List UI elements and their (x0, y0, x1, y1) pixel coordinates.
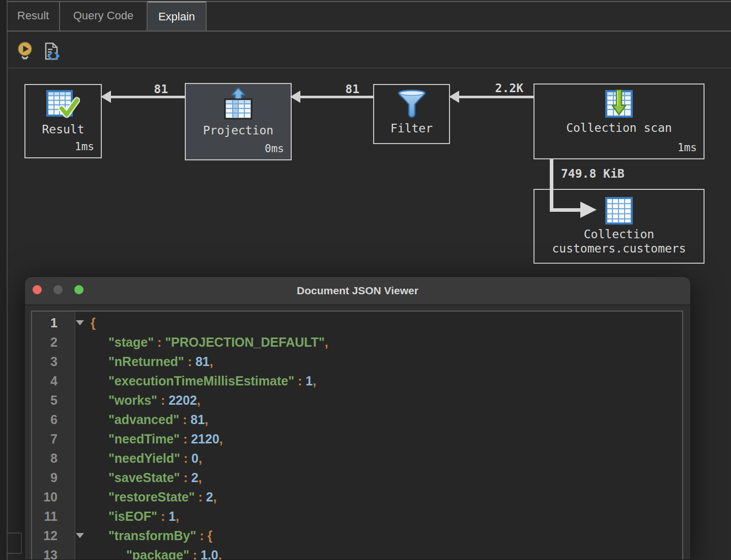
line-number: 1 (32, 316, 58, 330)
node-collection[interactable]: Collection customers.customers (533, 189, 705, 264)
panel-divider (21, 533, 22, 554)
funnel-icon (397, 89, 427, 119)
tabbar-bottom-border (7, 31, 731, 32)
toolbar-bottom-border (7, 68, 731, 68)
edge-label: 81 (308, 82, 359, 96)
json-code-text: "needTime" : 2120, (108, 432, 223, 446)
window-titlebar: Document JSON Viewer (25, 277, 690, 305)
fold-collapse-icon[interactable] (74, 320, 88, 325)
node-time: 1ms (75, 141, 94, 153)
json-code-text: "package" : 1.0, (126, 548, 222, 560)
arrowhead-icon (290, 91, 300, 103)
json-code-text: "saveState" : 2, (108, 470, 202, 485)
json-code-text: "advanced" : 81, (108, 412, 208, 427)
window-controls (33, 285, 83, 294)
line-number: 8 (32, 451, 58, 466)
tab-query-code[interactable]: Query Code (60, 1, 148, 31)
json-line: 8"needYield" : 0, (32, 449, 682, 468)
json-line: 7"needTime" : 2120, (32, 429, 682, 449)
node-label: Collection scan (566, 121, 672, 134)
table-down-arrow-icon (605, 90, 633, 118)
edge-projection-to-result (110, 96, 185, 98)
json-line: 1{ (32, 313, 682, 332)
json-code-text: "executionTimeMillisEstimate" : 1, (108, 374, 316, 388)
code-lines: 1{2"stage" : "PROJECTION_DEFAULT",3"nRet… (32, 312, 682, 560)
json-line: 13"package" : 1.0, (32, 545, 682, 560)
view-json-document-icon[interactable] (42, 41, 61, 62)
node-sublabel: customers.customers (552, 242, 686, 255)
line-number: 7 (32, 432, 58, 446)
panel-left-border (0, 0, 8, 560)
panel-divider (7, 533, 22, 534)
json-line: 12"transformBy" : { (32, 526, 682, 545)
node-projection[interactable]: Projection 0ms (185, 83, 292, 160)
json-line: 9"saveState" : 2, (32, 468, 682, 487)
app-window: Result Query Code Explain (0, 0, 731, 560)
json-code-text: "works" : 2202, (108, 393, 201, 408)
line-number: 12 (32, 528, 58, 543)
tab-explain[interactable]: Explain (148, 1, 207, 31)
node-filter[interactable]: Filter (373, 84, 450, 144)
json-code-text: "isEOF" : 1, (108, 509, 179, 524)
node-label: Collection (584, 228, 654, 241)
line-number: 5 (32, 393, 58, 408)
line-number: 11 (32, 509, 58, 524)
line-number: 10 (32, 490, 58, 505)
arrowhead-icon (101, 91, 111, 103)
node-label: Result (42, 123, 84, 136)
json-code-text: "needYield" : 0, (108, 451, 202, 466)
edge-label: 749.8 KiB (561, 167, 625, 180)
edge-label: 81 (117, 82, 168, 96)
json-code-text: { (91, 316, 96, 330)
line-number: 2 (32, 335, 58, 350)
node-label: Filter (390, 122, 433, 135)
table-up-arrow-icon (221, 87, 255, 121)
json-line: 11"isEOF" : 1, (32, 507, 682, 526)
tab-result[interactable]: Result (7, 1, 60, 31)
run-explain-lightbulb-icon[interactable] (15, 41, 35, 62)
tab-bar: Result Query Code Explain (7, 1, 207, 31)
json-line: 6"advanced" : 81, (32, 410, 682, 429)
edge-scan-to-collection (550, 208, 581, 212)
json-line: 10"restoreState" : 2, (32, 487, 682, 507)
arrowhead-icon (449, 91, 459, 103)
line-number: 6 (32, 412, 58, 427)
line-number: 9 (32, 470, 58, 485)
json-code-text: "restoreState" : 2, (108, 490, 217, 505)
json-line: 4"executionTimeMillisEstimate" : 1, (32, 371, 682, 390)
node-result[interactable]: Result 1ms (24, 84, 102, 158)
minimize-button[interactable] (53, 285, 63, 294)
table-check-icon (46, 90, 80, 120)
line-number: 13 (32, 548, 58, 560)
line-number: 3 (32, 354, 58, 369)
node-label: Projection (203, 124, 273, 137)
json-code-text: "nReturned" : 81, (108, 354, 213, 369)
arrowhead-icon (580, 202, 597, 218)
toolbar (15, 41, 61, 62)
edge-scan-to-collection (550, 159, 553, 212)
close-button[interactable] (33, 285, 42, 294)
panel-divider (7, 553, 22, 554)
node-collection-scan[interactable]: Collection scan 1ms (533, 83, 705, 159)
json-line: 5"works" : 2202, (32, 390, 682, 410)
json-code-text: "transformBy" : { (108, 528, 212, 543)
line-number: 4 (32, 374, 58, 388)
json-code-area[interactable]: 1{2"stage" : "PROJECTION_DEFAULT",3"nRet… (31, 311, 683, 560)
table-icon (605, 197, 633, 225)
edge-filter-to-projection (299, 96, 373, 98)
node-time: 1ms (678, 142, 697, 154)
edge-scan-to-filter (458, 96, 533, 98)
document-json-viewer-window: Document JSON Viewer 1{2"stage" : "PROJE… (24, 276, 691, 560)
window-title: Document JSON Viewer (297, 285, 418, 297)
json-line: 2"stage" : "PROJECTION_DEFAULT", (32, 332, 682, 352)
json-line: 3"nReturned" : 81, (32, 352, 682, 371)
node-time: 0ms (265, 143, 284, 155)
zoom-button[interactable] (74, 285, 83, 294)
json-code-text: "stage" : "PROJECTION_DEFAULT", (108, 335, 328, 350)
edge-label: 2.2K (462, 81, 523, 95)
fold-collapse-icon[interactable] (74, 533, 88, 538)
